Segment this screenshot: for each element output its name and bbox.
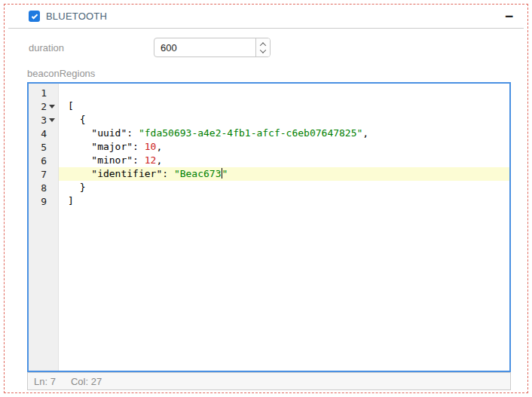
editor-code[interactable]: [ { "uuid": "fda50693-a4e2-4fb1-afcf-c6e… xyxy=(59,84,509,371)
code-line-1[interactable] xyxy=(59,86,509,99)
editor-status-bar: Ln: 7 Col: 27 xyxy=(27,372,511,390)
line-number: 2 xyxy=(41,101,47,112)
status-line: Ln: 7 xyxy=(34,376,56,387)
checkmark-icon xyxy=(31,13,37,19)
duration-value[interactable]: 600 xyxy=(154,38,255,56)
code-line-9[interactable]: ] xyxy=(59,194,509,208)
json-editor: 123456789 [ { "uuid": "fda50693-a4e2-4fb… xyxy=(27,82,511,390)
gutter-line-6: 6 xyxy=(29,154,58,167)
gutter-line-3: 3 xyxy=(29,113,58,127)
collapse-button[interactable]: − xyxy=(505,11,513,22)
duration-row: duration 600 xyxy=(5,38,527,57)
code-line-3[interactable]: { xyxy=(59,113,509,127)
line-number: 9 xyxy=(41,196,47,207)
gutter-line-9: 9 xyxy=(29,194,58,208)
chevron-down-icon[interactable] xyxy=(260,47,266,53)
code-line-2[interactable]: [ xyxy=(59,99,509,113)
line-number: 3 xyxy=(41,115,47,126)
duration-input[interactable]: 600 xyxy=(154,38,271,57)
code-line-4[interactable]: "uuid": "fda50693-a4e2-4fb1-afcf-c6eb076… xyxy=(59,127,509,140)
fold-arrow-icon[interactable] xyxy=(47,105,57,108)
number-stepper[interactable] xyxy=(255,38,270,56)
line-number: 5 xyxy=(41,142,47,153)
gutter-line-5: 5 xyxy=(29,140,58,154)
panel-title: BLUETOOTH xyxy=(46,11,107,22)
beacon-regions-label: beaconRegions xyxy=(27,68,527,79)
editor-gutter: 123456789 xyxy=(29,84,59,371)
code-line-6[interactable]: "minor": 12, xyxy=(59,154,509,167)
code-line-5[interactable]: "major": 10, xyxy=(59,140,509,154)
line-number: 6 xyxy=(41,155,47,166)
duration-label: duration xyxy=(29,42,154,53)
fold-arrow-icon[interactable] xyxy=(47,118,57,122)
editor-code-area[interactable]: 123456789 [ { "uuid": "fda50693-a4e2-4fb… xyxy=(27,82,511,372)
gutter-line-4: 4 xyxy=(29,127,58,140)
line-number: 7 xyxy=(41,169,47,180)
line-number: 1 xyxy=(41,87,47,99)
bluetooth-settings-panel: BLUETOOTH − duration 600 beaconRegions 1… xyxy=(4,4,528,393)
code-line-7[interactable]: "identifier": "Beac673" xyxy=(59,167,509,181)
panel-header: BLUETOOTH − xyxy=(8,5,524,29)
bluetooth-checkbox[interactable] xyxy=(29,11,40,22)
status-col: Col: 27 xyxy=(71,376,102,387)
line-number: 8 xyxy=(41,182,47,194)
gutter-line-8: 8 xyxy=(29,181,58,194)
code-line-8[interactable]: } xyxy=(59,181,509,194)
gutter-line-1: 1 xyxy=(29,86,58,99)
gutter-line-2: 2 xyxy=(29,99,58,113)
line-number: 4 xyxy=(41,128,47,139)
gutter-line-7: 7 xyxy=(29,167,58,181)
